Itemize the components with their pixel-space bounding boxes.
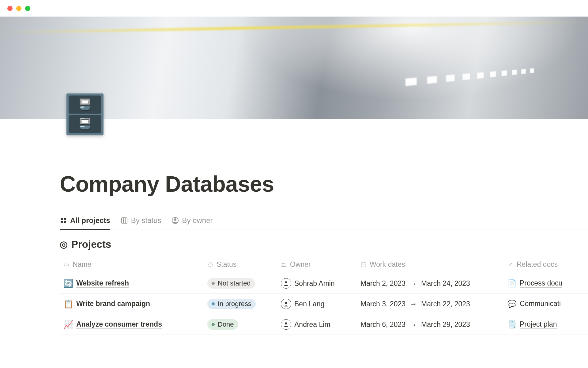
arrow-right-icon: → (410, 320, 417, 329)
column-header-related-docs[interactable]: Related docs (504, 260, 588, 269)
cell-owner[interactable]: Sohrab Amin (277, 278, 357, 289)
svg-rect-1 (64, 218, 66, 220)
person-circle-icon (172, 217, 179, 224)
svg-line-16 (209, 266, 209, 266)
cell-related-doc[interactable]: 🗒️Project plan (504, 320, 588, 329)
date-end: March 29, 2023 (421, 320, 470, 329)
column-label: Work dates (370, 260, 405, 269)
column-header-owner[interactable]: Owner (277, 260, 357, 269)
target-icon: ◎ (60, 240, 68, 249)
tab-label: By status (131, 216, 161, 225)
date-start: March 2, 2023 (360, 279, 405, 288)
owner-name: Ben Lang (294, 300, 324, 308)
row-name-text: Write brand campaign (76, 300, 150, 308)
table-header-row: Aa Name Status Owner Work date (60, 256, 588, 273)
cell-owner[interactable]: Andrea Lim (277, 319, 357, 330)
row-name-text: Analyze consumer trends (76, 320, 162, 329)
avatar-icon (281, 278, 291, 289)
column-header-name[interactable]: Aa Name (60, 260, 204, 269)
text-property-icon: Aa (63, 262, 70, 268)
projects-table: Aa Name Status Owner Work date (60, 256, 588, 335)
status-label: In progress (218, 300, 251, 308)
doc-emoji-icon: 🗒️ (507, 320, 517, 329)
related-doc-label: Communicati (520, 300, 561, 308)
window-chrome (0, 0, 588, 17)
traffic-light-minimize-icon[interactable] (16, 6, 21, 11)
svg-line-12 (209, 263, 209, 263)
table-row[interactable]: 🔄Website refreshNot startedSohrab AminMa… (60, 273, 588, 294)
svg-text:Aa: Aa (64, 263, 69, 267)
doc-emoji-icon: 📄 (507, 279, 517, 288)
tab-label: All projects (70, 216, 110, 225)
tab-by-owner[interactable]: By owner (172, 214, 213, 229)
cell-name[interactable]: 🔄Website refresh (60, 279, 204, 288)
status-label: Done (218, 320, 234, 328)
tab-all-projects[interactable]: All projects (60, 214, 110, 229)
column-header-status[interactable]: Status (204, 260, 277, 269)
database-title: Projects (71, 239, 111, 250)
row-name-text: Website refresh (76, 279, 129, 288)
status-dot-icon (212, 282, 215, 285)
date-start: March 3, 2023 (360, 300, 405, 308)
cell-name[interactable]: 📋Write brand campaign (60, 299, 204, 309)
column-header-work-dates[interactable]: Work dates (357, 260, 504, 269)
date-start: March 6, 2023 (360, 320, 405, 329)
cell-related-doc[interactable]: 💬Communicati (504, 300, 588, 308)
status-badge: Not started (207, 278, 255, 289)
svg-rect-3 (64, 221, 66, 223)
related-doc-label: Process docu (520, 279, 562, 288)
avatar-icon (281, 319, 291, 330)
svg-rect-20 (361, 263, 366, 267)
column-label: Name (73, 260, 91, 269)
svg-point-18 (282, 263, 284, 264)
gallery-icon (60, 217, 67, 224)
svg-line-13 (212, 266, 212, 266)
page-content: Company Databases All projects By status… (0, 119, 588, 335)
svg-point-25 (285, 281, 287, 283)
arrow-right-icon: → (410, 279, 417, 288)
svg-point-8 (174, 219, 176, 220)
related-doc-label: Project plan (520, 320, 557, 329)
status-badge: In progress (207, 299, 256, 309)
cell-dates[interactable]: March 6, 2023→March 29, 2023 (357, 320, 504, 329)
svg-rect-0 (61, 218, 63, 220)
cell-related-doc[interactable]: 📄Process docu (504, 279, 588, 288)
tab-by-status[interactable]: By status (121, 214, 161, 229)
avatar-icon (281, 299, 291, 309)
row-emoji-icon: 📋 (63, 299, 73, 309)
column-label: Owner (290, 260, 311, 269)
row-emoji-icon: 🔄 (63, 279, 73, 288)
traffic-light-zoom-icon[interactable] (25, 6, 30, 11)
svg-line-24 (509, 263, 512, 266)
board-columns-icon (121, 217, 128, 224)
date-end: March 24, 2023 (421, 279, 470, 288)
calendar-icon (360, 262, 367, 268)
cell-dates[interactable]: March 3, 2023→March 22, 2023 (357, 300, 504, 308)
arrow-right-icon: → (410, 300, 417, 308)
column-label: Status (217, 260, 236, 269)
cell-owner[interactable]: Ben Lang (277, 299, 357, 309)
arrow-up-right-icon (507, 262, 514, 268)
database-title-row[interactable]: ◎ Projects (60, 239, 588, 250)
cell-status[interactable]: Done (204, 319, 277, 330)
column-label: Related docs (517, 260, 558, 269)
cell-dates[interactable]: March 2, 2023→March 24, 2023 (357, 279, 504, 288)
table-body: 🔄Website refreshNot startedSohrab AminMa… (60, 273, 588, 335)
svg-point-26 (285, 302, 287, 304)
status-dot-icon (212, 302, 215, 305)
page-title[interactable]: Company Databases (60, 171, 588, 197)
table-row[interactable]: 📋Write brand campaignIn progressBen Lang… (60, 294, 588, 314)
status-label: Not started (218, 279, 251, 287)
cell-status[interactable]: In progress (204, 299, 277, 309)
svg-rect-4 (122, 218, 127, 223)
cell-status[interactable]: Not started (204, 278, 277, 289)
database-view-tabs: All projects By status By owner (60, 214, 588, 229)
traffic-light-close-icon[interactable] (7, 6, 13, 11)
doc-emoji-icon: 💬 (507, 300, 517, 308)
tab-label: By owner (182, 216, 213, 225)
table-row[interactable]: 📈Analyze consumer trendsDoneAndrea LimMa… (60, 314, 588, 335)
owner-name: Sohrab Amin (294, 279, 335, 288)
sun-spinner-icon (207, 262, 213, 268)
cell-name[interactable]: 📈Analyze consumer trends (60, 320, 204, 329)
people-icon (281, 262, 287, 268)
